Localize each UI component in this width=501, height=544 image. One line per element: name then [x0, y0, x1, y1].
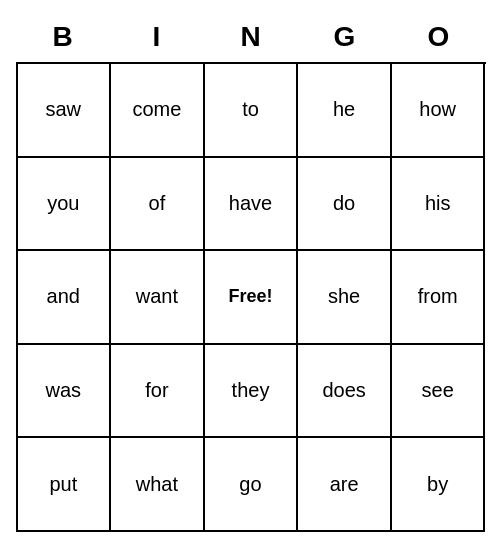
bingo-cell[interactable]: he [298, 64, 392, 158]
bingo-header: BINGO [16, 12, 486, 62]
bingo-cell[interactable]: have [205, 158, 299, 252]
bingo-cell[interactable]: you [18, 158, 112, 252]
header-letter: I [110, 12, 204, 62]
bingo-cell[interactable]: how [392, 64, 486, 158]
bingo-cell[interactable]: want [111, 251, 205, 345]
bingo-cell[interactable]: to [205, 64, 299, 158]
bingo-cell[interactable]: and [18, 251, 112, 345]
bingo-cell[interactable]: go [205, 438, 299, 532]
bingo-cell[interactable]: do [298, 158, 392, 252]
header-letter: N [204, 12, 298, 62]
bingo-cell[interactable]: put [18, 438, 112, 532]
bingo-cell[interactable]: by [392, 438, 486, 532]
bingo-cell[interactable]: saw [18, 64, 112, 158]
bingo-cell: Free! [205, 251, 299, 345]
bingo-grid: sawcometohehowyouofhavedohisandwantFree!… [16, 62, 486, 532]
bingo-row: wasfortheydoessee [18, 345, 486, 439]
header-letter: O [392, 12, 486, 62]
header-letter: G [298, 12, 392, 62]
bingo-cell[interactable]: are [298, 438, 392, 532]
bingo-row: putwhatgoareby [18, 438, 486, 532]
bingo-card: BINGO sawcometohehowyouofhavedohisandwan… [16, 12, 486, 532]
bingo-cell[interactable]: of [111, 158, 205, 252]
bingo-row: youofhavedohis [18, 158, 486, 252]
bingo-cell[interactable]: come [111, 64, 205, 158]
bingo-row: andwantFree!shefrom [18, 251, 486, 345]
bingo-cell[interactable]: what [111, 438, 205, 532]
bingo-cell[interactable]: for [111, 345, 205, 439]
bingo-cell[interactable]: she [298, 251, 392, 345]
bingo-cell[interactable]: they [205, 345, 299, 439]
bingo-row: sawcometohehow [18, 64, 486, 158]
bingo-cell[interactable]: was [18, 345, 112, 439]
bingo-cell[interactable]: from [392, 251, 486, 345]
bingo-cell[interactable]: does [298, 345, 392, 439]
bingo-cell[interactable]: see [392, 345, 486, 439]
header-letter: B [16, 12, 110, 62]
bingo-cell[interactable]: his [392, 158, 486, 252]
